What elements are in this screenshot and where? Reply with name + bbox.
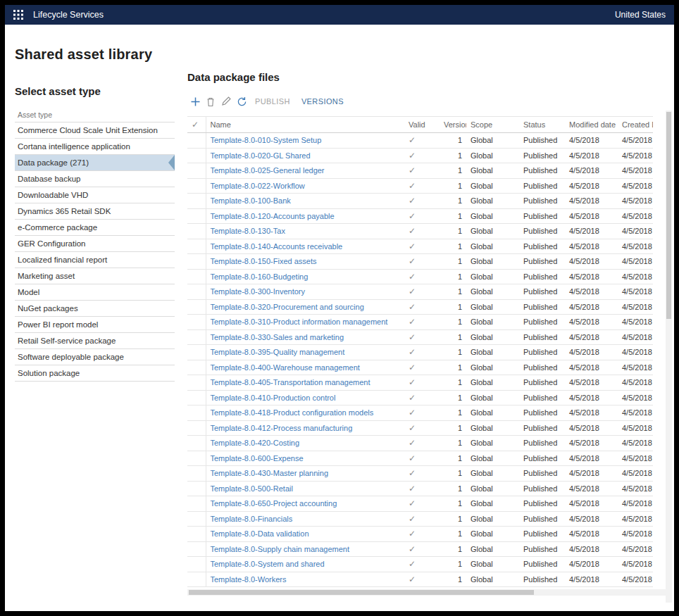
row-select-cell[interactable]: [187, 451, 206, 466]
sidebar-item[interactable]: Downloadable VHD: [15, 187, 175, 203]
sidebar-item[interactable]: Software deployable package: [15, 349, 175, 365]
row-select-cell[interactable]: [187, 527, 206, 542]
modified-cell: 4/5/2018: [565, 329, 618, 345]
row-select-cell[interactable]: [187, 284, 206, 300]
file-link[interactable]: Template-8.0-130-Tax: [211, 227, 285, 235]
sidebar-item[interactable]: Localized financial report: [15, 252, 175, 268]
file-link[interactable]: Template-8.0-025-General ledger: [211, 166, 325, 175]
file-link[interactable]: Template-8.0-405-Transportation manageme…: [211, 378, 370, 386]
versions-button[interactable]: VERSIONS: [301, 97, 344, 106]
file-link[interactable]: Template-8.0-022-Workflow: [211, 182, 305, 190]
row-select-cell[interactable]: [187, 496, 206, 512]
sidebar-item[interactable]: Model: [15, 284, 175, 301]
add-icon[interactable]: [187, 94, 203, 109]
app-launcher-icon[interactable]: [13, 10, 23, 20]
file-link[interactable]: Template-8.0-120-Accounts payable: [211, 212, 335, 220]
file-link[interactable]: Template-8.0-Supply chain management: [211, 545, 350, 553]
row-select-cell[interactable]: [187, 178, 206, 194]
row-select-cell[interactable]: [187, 224, 206, 239]
file-link[interactable]: Template-8.0-300-Inventory: [211, 287, 306, 296]
sidebar-item[interactable]: Data package (271): [15, 155, 175, 171]
file-link[interactable]: Template-8.0-Workers: [211, 575, 287, 584]
row-select-cell[interactable]: [187, 466, 206, 482]
col-header-scope[interactable]: Scope: [466, 117, 519, 133]
sidebar-item[interactable]: Database backup: [15, 171, 175, 187]
file-link[interactable]: Template-8.0-160-Budgeting: [211, 272, 309, 281]
file-link[interactable]: Template-8.0-395-Quality management: [211, 348, 345, 356]
row-select-cell[interactable]: [187, 315, 206, 330]
col-header-valid[interactable]: Valid: [404, 117, 440, 133]
status-cell: Published: [519, 345, 565, 360]
row-select-cell[interactable]: [187, 345, 206, 360]
sidebar-item[interactable]: e-Commerce package: [15, 220, 175, 236]
file-link[interactable]: Template-8.0-020-GL Shared: [211, 151, 311, 160]
file-link[interactable]: Template-8.0-650-Project accounting: [211, 499, 337, 508]
sidebar-item[interactable]: Retail Self-service package: [15, 333, 175, 349]
file-link[interactable]: Template-8.0-Data validation: [211, 529, 309, 538]
col-header-created[interactable]: Created D: [618, 117, 653, 133]
row-select-cell[interactable]: [187, 239, 206, 254]
sidebar-item[interactable]: Marketing asset: [15, 268, 175, 284]
row-select-cell[interactable]: [187, 163, 206, 179]
row-select-cell[interactable]: [187, 390, 206, 406]
col-header-status[interactable]: Status: [519, 117, 565, 133]
file-link[interactable]: Template-8.0-430-Master planning: [211, 469, 329, 477]
row-select-cell[interactable]: [187, 436, 206, 451]
file-link[interactable]: Template-8.0-140-Accounts receivable: [211, 242, 343, 251]
col-header-version[interactable]: Version: [440, 117, 466, 133]
row-select-cell[interactable]: [187, 299, 206, 315]
file-link[interactable]: Template-8.0-330-Sales and marketing: [211, 333, 344, 341]
select-all-header[interactable]: ✓: [187, 117, 206, 133]
row-select-cell[interactable]: [187, 254, 206, 270]
row-select-cell[interactable]: [187, 360, 206, 375]
sidebar-item[interactable]: Power BI report model: [15, 317, 175, 333]
file-link[interactable]: Template-8.0-412-Process manufacturing: [211, 424, 353, 432]
row-select-cell[interactable]: [187, 194, 206, 209]
row-select-cell[interactable]: [187, 572, 206, 587]
file-link[interactable]: Template-8.0-Financials: [211, 515, 293, 523]
sidebar-item[interactable]: Dynamics 365 Retail SDK: [15, 203, 175, 220]
horizontal-scrollbar-thumb[interactable]: [189, 590, 534, 595]
row-select-cell[interactable]: [187, 481, 206, 496]
row-select-cell[interactable]: [187, 557, 206, 572]
col-header-modified[interactable]: Modified date: [565, 117, 618, 133]
file-link[interactable]: Template-8.0-410-Production control: [211, 394, 336, 402]
sidebar-item[interactable]: Solution package: [15, 365, 175, 382]
created-cell: 4/5/2018: [618, 315, 653, 330]
file-link[interactable]: Template-8.0-310-Product information man…: [211, 318, 388, 326]
row-select-cell[interactable]: [187, 420, 206, 436]
file-link[interactable]: Template-8.0-100-Bank: [211, 196, 291, 205]
region-selector[interactable]: United States: [615, 10, 666, 20]
file-link[interactable]: Template-8.0-320-Procurement and sourcin…: [211, 303, 364, 311]
file-link[interactable]: Template-8.0-010-System Setup: [211, 136, 322, 144]
row-select-cell[interactable]: [187, 148, 206, 163]
file-link[interactable]: Template-8.0-418-Product configuration m…: [211, 408, 374, 417]
refresh-icon[interactable]: [234, 94, 249, 109]
sidebar-item[interactable]: Cortana intelligence application: [15, 139, 175, 155]
row-select-cell[interactable]: [187, 133, 206, 149]
sidebar-item[interactable]: NuGet packages: [15, 301, 175, 317]
col-header-name[interactable]: Name: [206, 117, 404, 133]
file-link[interactable]: Template-8.0-600-Expense: [211, 454, 304, 463]
vertical-scrollbar-thumb[interactable]: [666, 112, 671, 319]
row-select-cell[interactable]: [187, 208, 206, 224]
row-select-cell[interactable]: [187, 406, 206, 421]
sidebar-item[interactable]: GER Configuration: [15, 236, 175, 252]
row-select-cell[interactable]: [187, 329, 206, 345]
edit-icon[interactable]: [218, 94, 234, 109]
scope-cell: Global: [466, 360, 519, 375]
file-link[interactable]: Template-8.0-420-Costing: [211, 439, 300, 447]
vertical-scrollbar[interactable]: [666, 111, 672, 603]
file-link[interactable]: Template-8.0-400-Warehouse management: [211, 363, 360, 372]
horizontal-scrollbar[interactable]: [187, 589, 666, 596]
row-select-cell[interactable]: [187, 269, 206, 284]
row-select-cell[interactable]: [187, 375, 206, 391]
file-link[interactable]: Template-8.0-System and shared: [211, 560, 325, 568]
row-select-cell[interactable]: [187, 511, 206, 527]
file-link[interactable]: Template-8.0-150-Fixed assets: [211, 257, 317, 265]
delete-icon[interactable]: [203, 94, 218, 109]
sidebar-item[interactable]: Commerce Cloud Scale Unit Extension: [15, 122, 175, 139]
publish-button[interactable]: PUBLISH: [255, 97, 290, 106]
file-link[interactable]: Template-8.0-500-Retail: [211, 484, 293, 493]
row-select-cell[interactable]: [187, 541, 206, 557]
